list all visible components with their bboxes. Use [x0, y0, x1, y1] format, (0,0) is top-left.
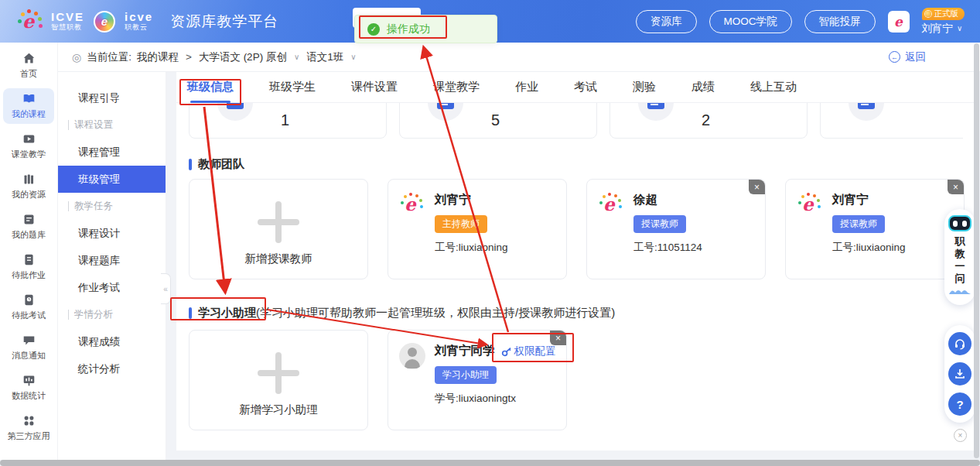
toast-message: 操作成功: [387, 22, 430, 36]
vertical-scrollbar[interactable]: [974, 43, 979, 458]
brand-area: e ICVE 智慧职教 e icve 职教云 资源库教学平台: [15, 9, 278, 35]
nav-resource-library-button[interactable]: 资源库: [636, 10, 697, 33]
back-button[interactable]: ← 返回: [889, 50, 926, 64]
stat-value: 1: [281, 111, 289, 129]
menu-item-homework-exam[interactable]: 作业考试: [58, 274, 166, 301]
breadcrumb-class-dropdown[interactable]: 语文1班: [306, 50, 343, 64]
location-icon: ◎: [72, 51, 81, 63]
sidebar-item-question-bank[interactable]: 我的题库: [3, 209, 54, 245]
close-icon[interactable]: ×: [550, 331, 566, 345]
section-accent-bar: [189, 159, 192, 170]
user-menu[interactable]: 正式版 刘宵宁 ∨: [922, 8, 965, 36]
key-icon: [501, 346, 512, 357]
teacher-card: × e 徐超 授课教师 工号:11051124: [586, 179, 766, 279]
tab-quiz[interactable]: 测验: [633, 72, 656, 103]
stat-card: [820, 103, 963, 139]
assistant-title: 学习小助理: [198, 306, 256, 320]
sidebar-item-third-party-apps[interactable]: 第三方应用: [3, 410, 54, 446]
avatar[interactable]: e: [888, 11, 910, 33]
logo-letter: e: [22, 10, 34, 33]
tab-exam[interactable]: 考试: [574, 72, 597, 103]
assistant-card-row: 新增学习小助理 × 刘宵宁同学 权限配置: [189, 330, 963, 430]
assistant-note: (学习小助理可帮助教师一起管理班级，权限由主持/授课教师进行设置): [256, 306, 615, 320]
stat-value: 5: [491, 111, 500, 129]
tab-courseware-settings[interactable]: 课件设置: [351, 72, 398, 103]
breadcrumb-prefix: 当前位置:: [87, 50, 131, 64]
platform-title: 资源库教学平台: [170, 12, 278, 32]
message-icon: [22, 334, 36, 347]
tab-homework[interactable]: 作业: [515, 72, 538, 103]
teacher-card: e 刘宵宁 主持教师 工号:liuxiaoning: [388, 179, 567, 279]
sidebar-item-my-courses[interactable]: 我的课程: [3, 88, 54, 124]
teacher-id: 工号:liuxiaoning: [832, 241, 906, 255]
teacher-id: 工号:11051124: [633, 241, 702, 255]
sidebar-item-classroom-teaching[interactable]: 课堂教学: [3, 128, 54, 164]
teacher-card-row: 新增授课教师 e 刘宵宁 主持教师 工号:liuxiaoning × e 徐超 …: [189, 179, 963, 279]
help-button[interactable]: ?: [948, 392, 971, 416]
horizontal-scrollbar[interactable]: [0, 460, 980, 466]
role-badge: 学习小助理: [435, 366, 497, 384]
assistant-name: 刘宵宁同学: [435, 343, 495, 359]
primary-sidebar: 首页 我的课程 课堂教学 我的资源 我的题库 待批作业 待批考试 消息通知 数据…: [0, 43, 58, 460]
avatar: e: [598, 192, 624, 218]
brand-name: icve: [125, 11, 153, 24]
avatar: e: [797, 192, 823, 218]
sidebar-item-statistics[interactable]: 数据统计: [3, 370, 54, 406]
chevron-down-icon[interactable]: ∨: [294, 53, 299, 61]
menu-section-teaching-tasks: 教学任务: [58, 193, 166, 220]
menu-section-course-settings: 课程设置: [58, 111, 166, 139]
stat-icon: [217, 103, 253, 121]
robot-icon: [948, 215, 971, 231]
menu-collapse-handle[interactable]: «: [161, 273, 171, 304]
role-badge: 授课教师: [832, 215, 885, 233]
sidebar-item-pending-homework[interactable]: 待批作业: [3, 249, 54, 285]
zhijiao-qa-widget[interactable]: 职教一问: [944, 209, 975, 305]
support-button[interactable]: [948, 332, 971, 355]
tab-grades[interactable]: 成绩: [691, 72, 715, 103]
nav-screencast-button[interactable]: 智能投屏: [804, 10, 876, 33]
breadcrumb-course-dropdown[interactable]: 大学语文 (2P) 原创: [199, 50, 287, 64]
sidebar-item-messages[interactable]: 消息通知: [3, 330, 54, 365]
menu-item-course-design[interactable]: 课程设计: [58, 220, 166, 247]
add-assistant-button[interactable]: 新增学习小助理: [189, 330, 368, 430]
qa-widget-label: 职教一问: [954, 235, 966, 285]
zhijiaoyun-brand-text: icve 职教云: [125, 11, 153, 31]
close-icon[interactable]: ×: [749, 180, 765, 194]
tab-class-info[interactable]: 班级信息: [187, 72, 234, 103]
menu-item-course-management[interactable]: 课程管理: [58, 139, 166, 166]
sidebar-item-home[interactable]: 首页: [3, 48, 54, 84]
wave-icon: [949, 286, 971, 294]
breadcrumb-root[interactable]: 我的课程: [137, 50, 179, 64]
stat-card: 1: [189, 103, 387, 139]
exam-icon: [22, 293, 36, 307]
menu-item-course-guide[interactable]: 课程引导: [58, 84, 166, 111]
teacher-team-title: 教师团队: [198, 157, 244, 172]
stat-card: 2: [610, 103, 808, 139]
teacher-team-section-header: 教师团队: [189, 157, 963, 172]
download-icon: [954, 368, 966, 380]
tab-online-interaction[interactable]: 线上互动: [750, 72, 797, 103]
menu-item-course-grades[interactable]: 课程成绩: [58, 328, 166, 355]
menu-item-course-question-bank[interactable]: 课程题库: [58, 247, 166, 274]
video-icon: [22, 132, 36, 146]
permission-config-link[interactable]: 权限配置: [501, 344, 556, 358]
role-badge: 主持教师: [435, 215, 487, 233]
tab-class-students[interactable]: 班级学生: [269, 72, 316, 103]
menu-item-statistical-analysis[interactable]: 统计分析: [58, 355, 166, 382]
close-icon[interactable]: ×: [948, 180, 964, 194]
add-teacher-button[interactable]: 新增授课教师: [189, 179, 368, 279]
close-floating-icon[interactable]: ×: [954, 429, 967, 442]
sidebar-item-pending-exams[interactable]: 待批考试: [3, 290, 54, 325]
tab-classroom-teaching[interactable]: 课堂教学: [433, 72, 480, 103]
chevron-down-icon[interactable]: ∨: [350, 53, 356, 61]
icve-brand-text: ICVE 智慧职教: [51, 11, 84, 31]
book-icon: [22, 92, 36, 105]
class-detail-panel: 班级信息 班级学生 课件设置 课堂教学 作业 考试 测验 成绩 线上互动 1 5…: [176, 72, 974, 451]
course-menu: 课程引导 课程设置 课程管理 班级管理 教学任务 课程设计 课程题库 作业考试 …: [58, 72, 166, 460]
breadcrumb: ◎ 当前位置: 我的课程 > 大学语文 (2P) 原创 ∨ 语文1班 ∨ ← 返…: [58, 43, 980, 72]
menu-item-class-management[interactable]: 班级管理: [58, 166, 166, 193]
section-accent-bar: [189, 307, 192, 319]
sidebar-item-my-resources[interactable]: 我的资源: [3, 169, 54, 204]
nav-mooc-button[interactable]: MOOC学院: [709, 10, 792, 33]
download-button[interactable]: [948, 362, 971, 385]
